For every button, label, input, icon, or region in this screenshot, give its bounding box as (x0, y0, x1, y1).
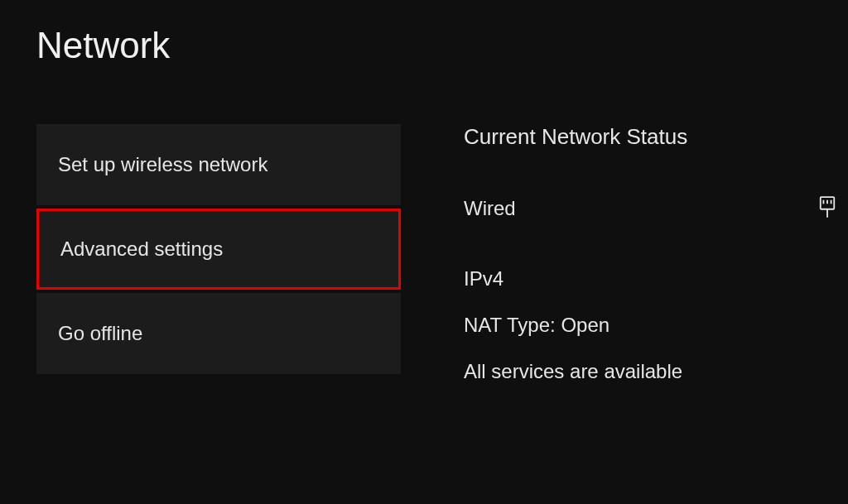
menu-item-setup-wireless[interactable]: Set up wireless network (36, 124, 401, 205)
connection-type-label: Wired (464, 197, 516, 220)
nat-type-label: NAT Type: Open (464, 314, 836, 337)
menu-item-label: Advanced settings (60, 238, 223, 261)
ethernet-icon (818, 195, 836, 222)
status-heading: Current Network Status (464, 124, 836, 150)
network-status-panel: Current Network Status Wired IPv4 NAT Ty… (464, 124, 836, 406)
ip-version-label: IPv4 (464, 267, 836, 290)
menu-item-label: Go offline (58, 322, 142, 345)
menu-item-advanced-settings[interactable]: Advanced settings (36, 209, 401, 290)
menu-item-go-offline[interactable]: Go offline (36, 293, 401, 374)
services-status-label: All services are available (464, 360, 836, 383)
content-area: Set up wireless network Advanced setting… (0, 124, 848, 406)
page-title: Network (0, 0, 848, 66)
menu-list: Set up wireless network Advanced setting… (36, 124, 401, 406)
connection-type-row: Wired (464, 195, 836, 222)
menu-item-label: Set up wireless network (58, 153, 267, 176)
